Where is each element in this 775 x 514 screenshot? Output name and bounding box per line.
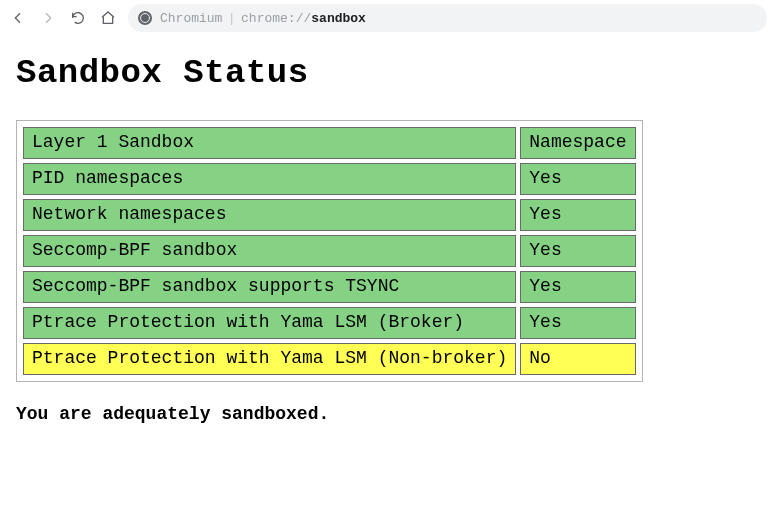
site-info-icon[interactable] xyxy=(138,11,152,25)
table-row: Seccomp-BPF sandboxYes xyxy=(23,235,636,267)
status-value-cell: Namespace xyxy=(520,127,635,159)
home-icon xyxy=(100,10,116,26)
home-button[interactable] xyxy=(98,8,118,28)
table-row: Ptrace Protection with Yama LSM (Broker)… xyxy=(23,307,636,339)
status-value-cell: Yes xyxy=(520,307,635,339)
browser-toolbar: Chromium | chrome://sandbox xyxy=(0,0,775,36)
status-value-cell: Yes xyxy=(520,235,635,267)
status-value-cell: Yes xyxy=(520,199,635,231)
reload-icon xyxy=(70,10,86,26)
arrow-right-icon xyxy=(40,10,56,26)
sandbox-status-tbody: Layer 1 SandboxNamespacePID namespacesYe… xyxy=(23,127,636,375)
table-row: Layer 1 SandboxNamespace xyxy=(23,127,636,159)
status-label-cell: Layer 1 Sandbox xyxy=(23,127,516,159)
reload-button[interactable] xyxy=(68,8,88,28)
table-row: Ptrace Protection with Yama LSM (Non-bro… xyxy=(23,343,636,375)
table-row: Seccomp-BPF sandbox supports TSYNCYes xyxy=(23,271,636,303)
status-value-cell: Yes xyxy=(520,163,635,195)
address-bar[interactable]: Chromium | chrome://sandbox xyxy=(128,4,767,32)
url-scheme: Chromium xyxy=(160,11,222,26)
back-button[interactable] xyxy=(8,8,28,28)
status-label-cell: Seccomp-BPF sandbox supports TSYNC xyxy=(23,271,516,303)
url-path: sandbox xyxy=(311,11,366,26)
sandbox-summary: You are adequately sandboxed. xyxy=(16,404,759,424)
status-value-cell: Yes xyxy=(520,271,635,303)
forward-button[interactable] xyxy=(38,8,58,28)
status-label-cell: PID namespaces xyxy=(23,163,516,195)
status-label-cell: Ptrace Protection with Yama LSM (Broker) xyxy=(23,307,516,339)
arrow-left-icon xyxy=(10,10,26,26)
sandbox-status-table: Layer 1 SandboxNamespacePID namespacesYe… xyxy=(16,120,643,382)
status-label-cell: Ptrace Protection with Yama LSM (Non-bro… xyxy=(23,343,516,375)
status-value-cell: No xyxy=(520,343,635,375)
page-content: Sandbox Status Layer 1 SandboxNamespaceP… xyxy=(0,36,775,438)
status-label-cell: Seccomp-BPF sandbox xyxy=(23,235,516,267)
page-title: Sandbox Status xyxy=(16,54,759,92)
table-row: Network namespacesYes xyxy=(23,199,636,231)
status-label-cell: Network namespaces xyxy=(23,199,516,231)
url-text: Chromium | chrome://sandbox xyxy=(160,10,366,26)
url-origin: chrome:// xyxy=(241,11,311,26)
table-row: PID namespacesYes xyxy=(23,163,636,195)
url-divider: | xyxy=(230,10,233,25)
